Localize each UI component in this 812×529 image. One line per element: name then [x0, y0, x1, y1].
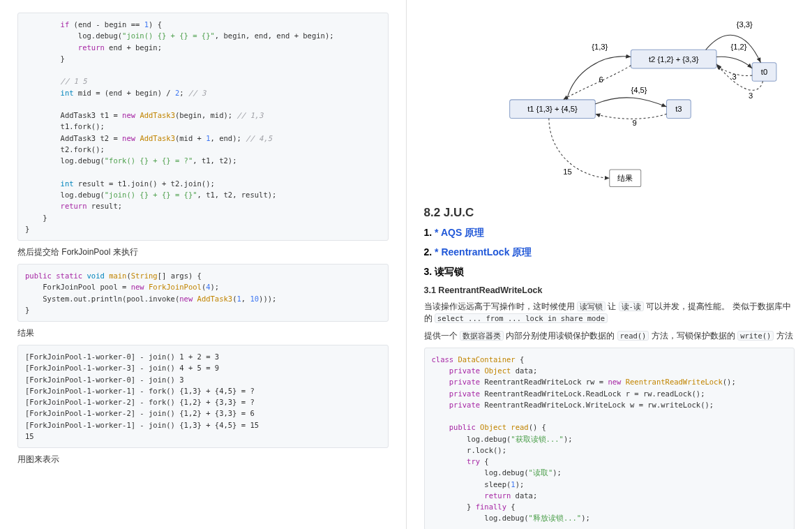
link-reentrantlock[interactable]: * ReentrantLock 原理 — [435, 246, 532, 258]
code-block-output: [ForkJoinPool-1-worker-0] - join() 1 + 2… — [17, 345, 389, 448]
heading-rwlock: 3. 读写锁 — [424, 266, 795, 278]
heading-aqs: 1. * AQS 原理 — [424, 227, 795, 239]
svg-text:3: 3 — [732, 73, 736, 81]
svg-text:{1,2}: {1,2} — [730, 43, 746, 51]
svg-text:{1,3}: {1,3} — [592, 43, 608, 51]
svg-text:{3,3}: {3,3} — [736, 20, 752, 29]
text-diagram-label: 用图来表示 — [17, 454, 389, 465]
left-column: if (end - begin == 1) { log.debug("join(… — [0, 0, 407, 529]
svg-text:3: 3 — [749, 91, 753, 100]
inline-code: 读写锁 — [577, 301, 606, 311]
text-container-intro: 提供一个 数据容器类 内部分别使用读锁保护数据的 read() 方法，写锁保护数… — [424, 330, 795, 342]
forkjoin-diagram: t1 {1,3} + {4,5} t2 {1,2} + {3,3} t3 t0 … — [424, 7, 795, 193]
code-block-compute: if (end - begin == 1) { log.debug("join(… — [17, 13, 389, 241]
inline-code: 数据容器类 — [460, 331, 504, 341]
svg-text:t1 {1,3} + {4,5}: t1 {1,3} + {4,5} — [527, 105, 578, 113]
inline-code: write() — [737, 331, 774, 341]
svg-text:t2 {1,2} + {3,3}: t2 {1,2} + {3,3} — [648, 55, 698, 64]
code-block-datacontainer: class DataContainer { private Object dat… — [424, 348, 795, 529]
inline-code: select ... from ... lock in share mode — [435, 313, 608, 323]
heading-reentrantlock: 2. * ReentrantLock 原理 — [424, 246, 795, 259]
heading-juc: 8.2 J.U.C — [424, 206, 795, 220]
inline-code: read() — [617, 331, 649, 341]
text-result-label: 结果 — [17, 327, 389, 339]
svg-text:t3: t3 — [675, 105, 682, 113]
right-column: t1 {1,3} + {4,5} t2 {1,2} + {3,3} t3 t0 … — [407, 0, 813, 529]
link-aqs[interactable]: * AQS 原理 — [435, 227, 484, 238]
svg-text:6: 6 — [599, 75, 603, 84]
svg-text:15: 15 — [563, 167, 572, 176]
svg-text:9: 9 — [632, 119, 636, 127]
inline-code: 读-读 — [619, 301, 644, 311]
text-rw-intro: 当读操作远远高于写操作时，这时候使用 读写锁 让 读-读 可以并发，提高性能。 … — [424, 301, 795, 325]
text-submit-pool: 然后提交给 ForkJoinPool 来执行 — [17, 246, 389, 258]
svg-text:结果: 结果 — [617, 174, 633, 182]
heading-rrwl: 3.1 ReentrantReadWriteLock — [424, 285, 795, 295]
svg-text:{4,5}: {4,5} — [631, 86, 647, 94]
code-block-main: public static void main(String[] args) {… — [17, 264, 389, 322]
svg-text:t0: t0 — [760, 68, 767, 76]
